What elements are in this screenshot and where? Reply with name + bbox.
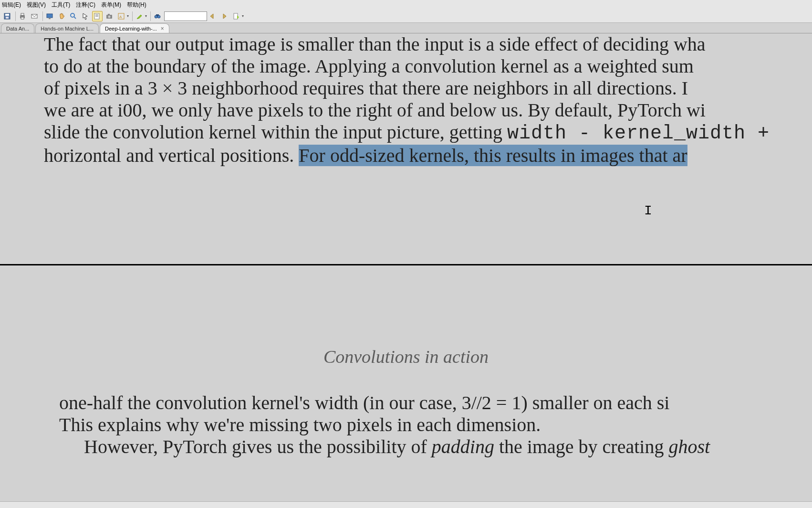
svg-rect-23 <box>234 13 238 19</box>
snapshot-icon[interactable] <box>92 11 103 21</box>
text-line: of pixels in a 3 × 3 neighborhood requir… <box>44 77 688 99</box>
save-icon[interactable] <box>2 11 12 21</box>
svg-text:A: A <box>119 15 122 19</box>
separator <box>150 11 151 21</box>
svg-line-10 <box>74 17 76 19</box>
binoculars-icon[interactable] <box>152 11 163 21</box>
menu-view[interactable]: 视图(V) <box>27 1 46 9</box>
toolbar: A ▾ ▾ ▾ <box>0 10 812 23</box>
text-line: The fact that our output image is smalle… <box>44 33 706 55</box>
menubar: 辑辑(E) 视图(V) 工具(T) 注释(C) 表单(M) 帮助(H) <box>0 0 812 10</box>
print-icon[interactable] <box>17 11 28 21</box>
svg-rect-7 <box>47 14 52 18</box>
svg-rect-1 <box>5 14 9 16</box>
separator <box>15 11 16 21</box>
page-1: The fact that our output image is smalle… <box>0 33 812 265</box>
tab-label: Deep-Learning-with-... <box>105 26 157 32</box>
menu-edit[interactable]: 辑辑(E) <box>2 1 21 9</box>
svg-rect-12 <box>95 14 98 15</box>
body-text[interactable]: one-half the convolution kernel's width … <box>59 392 812 458</box>
menu-form[interactable]: 表单(M) <box>101 1 121 9</box>
svg-rect-8 <box>49 18 51 19</box>
close-icon[interactable]: × <box>161 25 164 32</box>
document-area[interactable]: The fact that our output image is smalle… <box>0 33 812 501</box>
monitor-icon[interactable] <box>44 11 55 21</box>
text-line: horizontal and vertical positions. <box>44 145 299 166</box>
text-line: one-half the convolution kernel's width … <box>59 392 669 413</box>
svg-rect-14 <box>95 16 98 17</box>
svg-point-9 <box>71 13 74 17</box>
tab-hands-on-ml[interactable]: Hands-on Machine L... <box>35 23 99 33</box>
highlight-icon[interactable] <box>134 11 145 21</box>
svg-point-16 <box>108 15 111 18</box>
dropdown-arrow-icon[interactable]: ▾ <box>242 14 244 18</box>
find-next-icon[interactable] <box>219 11 229 21</box>
text-line: slide the convolution kernel within the … <box>44 121 507 143</box>
ocr-icon[interactable]: A <box>116 11 126 21</box>
svg-rect-22 <box>156 14 159 16</box>
svg-rect-17 <box>108 14 110 15</box>
text-line: This explains why we're missing two pixe… <box>59 414 541 435</box>
menu-help[interactable]: 帮助(H) <box>127 1 146 9</box>
svg-rect-5 <box>21 17 24 19</box>
tab-label: Data An... <box>6 26 29 32</box>
menu-comment[interactable]: 注释(C) <box>76 1 95 9</box>
tab-data-analysis[interactable]: Data An... <box>1 23 34 33</box>
page-2: Convolutions in action one-half the conv… <box>0 267 812 501</box>
menu-tools[interactable]: 工具(T) <box>52 1 70 9</box>
svg-rect-2 <box>6 17 9 19</box>
select-arrow-icon[interactable] <box>80 11 91 21</box>
text-line: we are at i00, we only have pixels to th… <box>44 99 706 121</box>
dropdown-arrow-icon[interactable]: ▾ <box>145 14 147 18</box>
find-prev-icon[interactable] <box>207 11 218 21</box>
search-input[interactable] <box>164 11 207 21</box>
dropdown-arrow-icon[interactable]: ▾ <box>127 14 129 18</box>
text-line: to do at the boundary of the image. Appl… <box>44 55 694 77</box>
hand-icon[interactable] <box>56 11 67 21</box>
camera-icon[interactable] <box>104 11 115 21</box>
chapter-heading: Convolutions in action <box>0 346 812 367</box>
separator <box>42 11 43 21</box>
selected-text: For odd-sized kernels, this results in i… <box>299 145 687 166</box>
tabbar: Data An... Hands-on Machine L... Deep-Le… <box>0 23 812 33</box>
svg-rect-4 <box>21 13 24 15</box>
tab-label: Hands-on Machine L... <box>41 26 94 32</box>
body-text[interactable]: The fact that our output image is smalle… <box>44 33 812 167</box>
status-bar <box>0 501 812 508</box>
email-icon[interactable] <box>29 11 40 21</box>
page-options-icon[interactable] <box>231 11 241 21</box>
text-line: However, PyTorch gives us the possibilit… <box>59 436 710 458</box>
svg-rect-13 <box>95 15 98 16</box>
zoom-icon[interactable] <box>68 11 79 21</box>
tab-deep-learning[interactable]: Deep-Learning-with-... × <box>100 23 169 33</box>
separator <box>132 11 133 21</box>
code-text: width - kernel_width + <box>507 123 770 144</box>
text-caret: I <box>644 203 652 218</box>
